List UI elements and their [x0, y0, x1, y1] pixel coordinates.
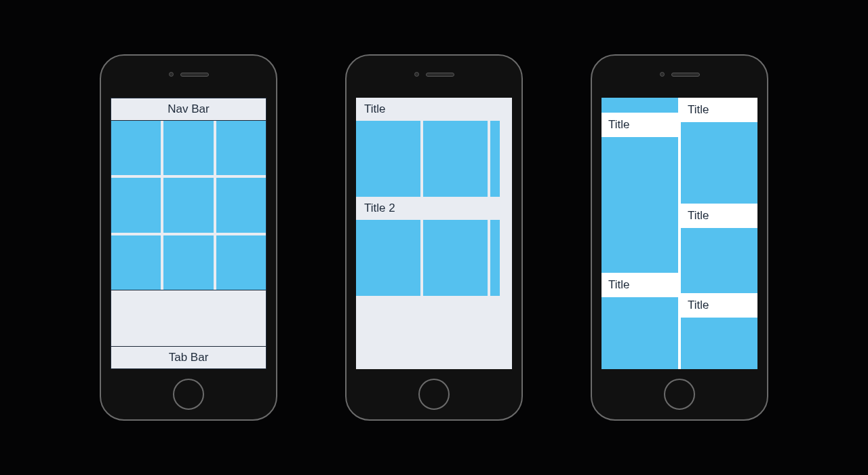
masonry-tile-partial[interactable]	[681, 318, 757, 369]
grid-tile[interactable]	[216, 235, 266, 290]
grid-tile[interactable]	[216, 121, 266, 175]
card-tile-partial[interactable]	[490, 220, 500, 296]
screen-sectioned-layout: Title Title 2	[356, 98, 512, 369]
speaker-icon	[426, 73, 454, 77]
nav-bar[interactable]: Nav Bar	[111, 98, 267, 121]
card-title: Title	[601, 113, 678, 137]
home-button[interactable]	[418, 379, 450, 410]
card-title: Title	[601, 273, 678, 297]
speaker-icon	[671, 73, 700, 77]
grid-tile[interactable]	[111, 178, 161, 232]
grid-3x3	[111, 121, 267, 290]
screen-masonry-layout: Title Title Title Title Title	[601, 98, 757, 369]
content-area	[356, 296, 512, 369]
phone-speaker-area	[169, 72, 209, 77]
card-tile[interactable]	[423, 220, 488, 296]
phone-mockup-grid: Nav Bar Tab Bar	[100, 54, 277, 421]
section-header: Title 2	[356, 197, 512, 220]
horizontal-scroller[interactable]	[356, 121, 512, 197]
card-tile[interactable]	[356, 121, 420, 197]
grid-tile[interactable]	[163, 121, 213, 175]
content-area	[111, 290, 267, 346]
home-button[interactable]	[173, 379, 204, 410]
screen-grid-layout: Nav Bar Tab Bar	[111, 98, 267, 369]
card-title: Title	[681, 204, 757, 228]
speaker-icon	[180, 73, 209, 77]
phone-mockup-masonry: Title Title Title Title Title	[591, 54, 768, 421]
camera-icon	[414, 72, 419, 77]
grid-tile[interactable]	[111, 235, 161, 290]
masonry-tile-partial[interactable]	[601, 98, 678, 113]
card-tile-partial[interactable]	[490, 121, 500, 197]
tab-bar[interactable]: Tab Bar	[111, 346, 267, 369]
card-tile[interactable]	[356, 220, 420, 296]
masonry-tile[interactable]	[681, 122, 757, 204]
card-title: Title	[681, 293, 757, 318]
phone-speaker-area	[660, 72, 700, 77]
horizontal-scroller[interactable]	[356, 220, 512, 296]
masonry-tile[interactable]	[681, 228, 757, 293]
phone-mockup-sections: Title Title 2	[345, 54, 523, 421]
grid-tile[interactable]	[216, 178, 266, 232]
grid-tile[interactable]	[163, 235, 213, 290]
camera-icon	[169, 72, 174, 77]
grid-tile[interactable]	[111, 121, 161, 175]
masonry-columns: Title Title Title Title Title	[601, 98, 757, 369]
masonry-column-right: Title Title Title	[681, 98, 757, 369]
masonry-tile-partial[interactable]	[601, 297, 678, 369]
home-button[interactable]	[664, 379, 695, 410]
grid-tile[interactable]	[163, 178, 213, 232]
masonry-tile[interactable]	[601, 137, 678, 273]
masonry-column-left: Title Title	[601, 98, 678, 369]
phone-speaker-area	[414, 72, 454, 77]
section-header: Title	[356, 98, 512, 121]
camera-icon	[660, 72, 665, 77]
card-tile[interactable]	[423, 121, 488, 197]
card-title: Title	[681, 98, 757, 122]
